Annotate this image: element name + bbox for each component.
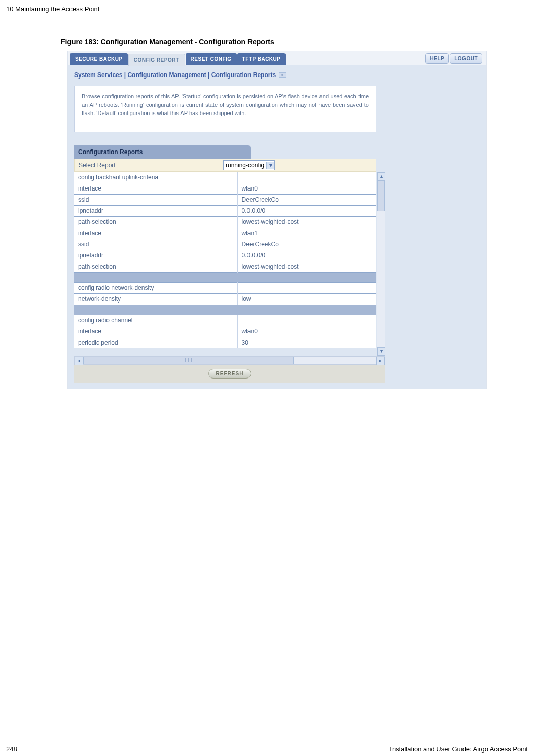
param-name: interface bbox=[74, 326, 237, 337]
param-value: wlan0 bbox=[237, 183, 376, 194]
figure-caption: Figure 183: Configuration Management - C… bbox=[61, 37, 534, 46]
grip-icon bbox=[185, 358, 192, 362]
table-row: interfacewlan0 bbox=[74, 183, 376, 194]
param-value bbox=[237, 315, 376, 326]
select-report-row: Select Report running-config ▾ bbox=[74, 159, 376, 172]
param-name: ipnetaddr bbox=[74, 250, 237, 261]
param-name: ssid bbox=[74, 239, 237, 250]
scroll-down-icon[interactable]: ▾ bbox=[377, 347, 385, 356]
tab-config-report[interactable]: CONFIG REPORT bbox=[128, 54, 185, 66]
table-row: config radio network-density bbox=[74, 282, 376, 293]
param-name: interface bbox=[74, 183, 237, 194]
scroll-thumb[interactable] bbox=[377, 181, 385, 211]
breadcrumb: System Services | Configuration Manageme… bbox=[74, 71, 480, 79]
page-header: 10 Maintaining the Access Point bbox=[0, 0, 534, 18]
scroll-left-icon[interactable]: ◂ bbox=[75, 357, 83, 365]
param-value: wlan1 bbox=[237, 228, 376, 239]
footer-title: Installation and User Guide: Airgo Acces… bbox=[390, 745, 528, 753]
table-row: ipnetaddr0.0.0.0/0 bbox=[74, 205, 376, 216]
param-value: 30 bbox=[237, 337, 376, 348]
page-number: 248 bbox=[6, 745, 17, 753]
table-row: periodic period30 bbox=[74, 337, 376, 348]
description-panel: Browse configuration reports of this AP.… bbox=[74, 86, 376, 132]
param-value: 0.0.0.0/0 bbox=[237, 250, 376, 261]
section-title: Configuration Reports bbox=[74, 145, 251, 159]
tab-secure-backup[interactable]: SECURE BACKUP bbox=[70, 53, 128, 65]
param-name: interface bbox=[74, 228, 237, 239]
param-name: ssid bbox=[74, 194, 237, 205]
report-table: config backhaul uplink-criteriainterface… bbox=[74, 172, 376, 349]
help-button[interactable]: HELP bbox=[425, 53, 449, 64]
logout-button[interactable]: LOGOUT bbox=[450, 53, 482, 64]
param-value: lowest-weighted-cost bbox=[237, 216, 376, 228]
table-row: interfacewlan0 bbox=[74, 326, 376, 337]
param-value: low bbox=[237, 293, 376, 305]
chevron-down-icon: ▾ bbox=[266, 162, 274, 169]
table-row: network-densitylow bbox=[74, 293, 376, 305]
scroll-right-icon[interactable]: ▸ bbox=[376, 357, 385, 365]
page-footer: 248 Installation and User Guide: Airgo A… bbox=[0, 742, 534, 756]
app-window: SECURE BACKUPCONFIG REPORTRESET CONFIGTF… bbox=[67, 51, 487, 389]
param-value bbox=[237, 172, 376, 183]
hscroll-thumb[interactable] bbox=[83, 357, 294, 364]
param-name: config radio network-density bbox=[74, 282, 237, 293]
table-row: config radio channel bbox=[74, 315, 376, 326]
table-row: ipnetaddr0.0.0.0/0 bbox=[74, 250, 376, 261]
top-actions: HELP LOGOUT bbox=[425, 53, 482, 64]
vertical-scrollbar[interactable]: ▴ ▾ bbox=[377, 172, 385, 356]
tab-reset-config[interactable]: RESET CONFIG bbox=[186, 53, 237, 65]
select-report-label: Select Report bbox=[75, 162, 223, 169]
param-value: DeerCreekCo bbox=[237, 239, 376, 250]
param-name: config backhaul uplink-criteria bbox=[74, 172, 237, 183]
param-name: ipnetaddr bbox=[74, 205, 237, 216]
param-name: config radio channel bbox=[74, 315, 237, 326]
param-name: path-selection bbox=[74, 261, 237, 272]
table-row: ssidDeerCreekCo bbox=[74, 194, 376, 205]
table-row: interfacewlan1 bbox=[74, 228, 376, 239]
table-row: config backhaul uplink-criteria bbox=[74, 172, 376, 183]
chapter-title: 10 Maintaining the Access Point bbox=[6, 5, 99, 13]
tab-bar: SECURE BACKUPCONFIG REPORTRESET CONFIGTF… bbox=[68, 51, 486, 65]
param-name: network-density bbox=[74, 293, 237, 305]
tab-list: SECURE BACKUPCONFIG REPORTRESET CONFIGTF… bbox=[70, 53, 286, 65]
scroll-up-icon[interactable]: ▴ bbox=[377, 172, 385, 181]
param-value: 0.0.0.0/0 bbox=[237, 205, 376, 216]
param-value: lowest-weighted-cost bbox=[237, 261, 376, 272]
table-row: path-selectionlowest-weighted-cost bbox=[74, 216, 376, 228]
param-value: wlan0 bbox=[237, 326, 376, 337]
refresh-button[interactable]: REFRESH bbox=[208, 369, 252, 379]
table-row: path-selectionlowest-weighted-cost bbox=[74, 261, 376, 272]
tab-tftp-backup[interactable]: TFTP BACKUP bbox=[237, 53, 286, 65]
description-text: Browse configuration reports of this AP.… bbox=[75, 86, 376, 132]
breadcrumb-expand-icon[interactable]: » bbox=[279, 72, 286, 78]
breadcrumb-text: System Services | Configuration Manageme… bbox=[74, 71, 276, 79]
table-row: ssidDeerCreekCo bbox=[74, 239, 376, 250]
horizontal-scrollbar[interactable]: ◂ ▸ bbox=[74, 356, 385, 365]
report-data-scrollarea: config backhaul uplink-criteriainterface… bbox=[74, 172, 385, 356]
select-report-value: running-config bbox=[224, 161, 266, 170]
refresh-row: REFRESH bbox=[74, 365, 385, 383]
param-value bbox=[237, 282, 376, 293]
separator-bar bbox=[74, 272, 376, 282]
separator-bar bbox=[74, 305, 376, 315]
content-pane: System Services | Configuration Manageme… bbox=[68, 65, 486, 389]
param-name: path-selection bbox=[74, 216, 237, 228]
param-name: periodic period bbox=[74, 337, 237, 348]
select-report-dropdown[interactable]: running-config ▾ bbox=[223, 160, 275, 170]
param-value: DeerCreekCo bbox=[237, 194, 376, 205]
